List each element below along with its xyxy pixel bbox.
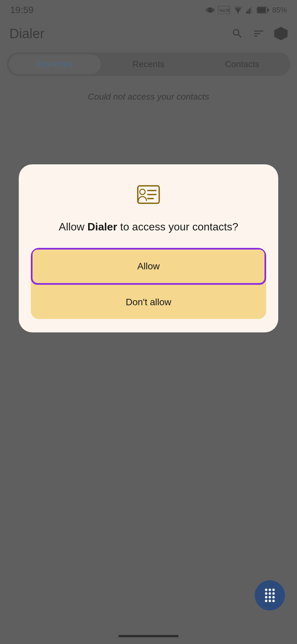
- svg-point-14: [140, 189, 145, 195]
- dialog-icon-wrapper: [135, 181, 162, 209]
- dialog-buttons: Allow Don't allow: [31, 248, 266, 319]
- dialog-title-bold: Dialer: [87, 221, 117, 233]
- allow-button[interactable]: Allow: [31, 248, 266, 285]
- dialpad-icon: [262, 588, 277, 603]
- contacts-permission-icon: [135, 181, 162, 208]
- dont-allow-button[interactable]: Don't allow: [31, 285, 266, 319]
- permission-dialog: Allow Dialer to access your contacts? Al…: [19, 164, 278, 332]
- dialog-title: Allow Dialer to access your contacts?: [59, 219, 238, 234]
- dial-fab[interactable]: [255, 580, 285, 610]
- home-indicator: [118, 635, 179, 637]
